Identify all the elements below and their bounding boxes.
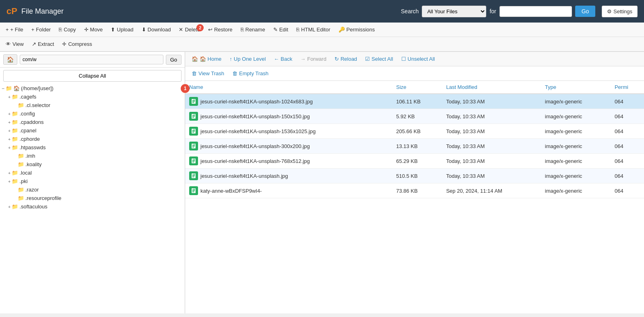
collapse-all-button[interactable]: Collapse All	[3, 70, 182, 82]
view-trash-button[interactable]: 🗑 View Trash	[188, 69, 227, 78]
tree-item-cl-selector[interactable]: 📁 .cl.selector	[2, 101, 183, 109]
edit-button[interactable]: ✎ Edit	[269, 23, 292, 36]
modified-column-header[interactable]: Last Modified	[442, 81, 541, 94]
settings-button[interactable]: ⚙ Settings	[602, 6, 638, 17]
home-icon: 🏠	[13, 85, 20, 91]
svg-rect-15	[192, 147, 194, 148]
up-one-level-label: Up One Level	[234, 56, 266, 62]
upload-label: Upload	[117, 27, 133, 33]
view-label: View	[12, 41, 24, 47]
file-perms: 064	[611, 169, 644, 183]
select-all-button[interactable]: ☑ Select All	[362, 54, 396, 64]
expand-icon: +	[8, 204, 10, 209]
table-row[interactable]: jesus-curiel-nskeft4t1KA-unsplash.jpg 51…	[185, 169, 644, 183]
path-input[interactable]	[20, 55, 163, 64]
tree-item-cpanel[interactable]: + 📁 .cpanel	[2, 126, 183, 135]
download-button[interactable]: ⬇ Download	[138, 23, 175, 36]
size-column-header[interactable]: Size	[392, 81, 442, 94]
copy-button[interactable]: ⎘ Copy	[55, 23, 80, 36]
for-label: for	[489, 8, 496, 14]
table-row[interactable]: katy-anne-wBxDFSP9wI4- 73.86 KB Sep 20, …	[185, 183, 644, 198]
rename-button[interactable]: ⎘ Rename	[237, 23, 269, 36]
tree-item-softaculous[interactable]: + 📁 .softaculous	[2, 202, 183, 211]
table-row[interactable]: jesus-curiel-nskeft4t1KA-unsplash-768x51…	[185, 154, 644, 169]
file-type: image/x-generic	[541, 124, 611, 139]
tree-root-label: (/home/[user])	[21, 85, 54, 91]
forward-button[interactable]: → Forward	[297, 54, 330, 64]
tree-label: .cpaddons	[19, 119, 43, 125]
tree-item-cpaddons[interactable]: + 📁 .cpaddons	[2, 118, 183, 126]
tree-item-htpasswds[interactable]: + 📁 .htpasswds	[2, 143, 183, 152]
table-row[interactable]: jesus-curiel-nskeft4t1KA-unsplash-1536x1…	[185, 124, 644, 139]
home-nav-button[interactable]: 🏠 🏠 Home	[188, 54, 225, 64]
path-go-button[interactable]: Go	[166, 55, 182, 65]
tree-item-config[interactable]: + 📁 .config	[2, 109, 183, 118]
file-name: jesus-curiel-nskeft4t1KA-unsplash.jpg	[200, 173, 288, 179]
tree-item-resourceprofile[interactable]: 📁 .resourceprofile	[2, 194, 183, 202]
tree-label: .resourceprofile	[25, 195, 62, 201]
file-icon	[189, 171, 198, 180]
tree-item-cagefs[interactable]: + 📁 .cagefs	[2, 93, 183, 101]
folder-icon: 📁	[12, 204, 18, 210]
type-column-header[interactable]: Type	[541, 81, 611, 94]
folder-icon: 📁	[18, 195, 24, 201]
tree-item-root[interactable]: − 📁 🏠 (/home/[user])	[2, 84, 183, 93]
tree-label: .razor	[25, 187, 39, 193]
perms-column-header[interactable]: Permi	[611, 81, 644, 94]
search-input[interactable]	[500, 6, 572, 17]
tree-item-pki[interactable]: + 📁 .pki	[2, 177, 183, 185]
tree-item-local[interactable]: + 📁 .local	[2, 169, 183, 177]
file-type: image/x-generic	[541, 154, 611, 169]
new-folder-label: Folder	[36, 27, 51, 33]
name-column-header[interactable]: Name	[185, 81, 392, 94]
permissions-button[interactable]: 🔑 Permissions	[334, 23, 379, 36]
tree-label: .local	[19, 170, 31, 176]
expand-icon: +	[8, 145, 10, 150]
table-row[interactable]: jesus-curiel-nskeft4t1KA-unsplash-1024x6…	[185, 94, 644, 109]
tree-item-cphorde[interactable]: + 📁 .cphorde	[2, 135, 183, 143]
navigation-bar: 🏠 🏠 Home ↑ Up One Level ← Back → Forward…	[185, 52, 644, 66]
expand-icon: +	[8, 120, 10, 125]
html-editor-button[interactable]: ⎘ HTML Editor	[292, 23, 334, 36]
file-perms: 064	[611, 183, 644, 198]
tree-item-imh[interactable]: 📁 .imh	[2, 152, 183, 160]
back-label: Back	[281, 56, 292, 62]
delete-icon: ✕	[179, 27, 183, 33]
unselect-all-button[interactable]: ☐ Unselect All	[398, 54, 438, 64]
compress-icon: ✛	[62, 41, 66, 47]
file-name: jesus-curiel-nskeft4t1KA-unsplash-1024x6…	[200, 99, 313, 105]
trash-icon: 🗑	[232, 70, 237, 76]
file-name: jesus-curiel-nskeft4t1KA-unsplash-150x15…	[200, 113, 310, 119]
expand-icon: +	[8, 95, 10, 99]
search-scope-select[interactable]: All Your Files File Names Only File Cont…	[422, 6, 486, 17]
reload-button[interactable]: ↻ Reload	[331, 54, 360, 64]
compress-button[interactable]: ✛ Compress	[58, 38, 96, 50]
new-folder-button[interactable]: + Folder	[27, 23, 55, 36]
file-perms: 064	[611, 94, 644, 109]
table-row[interactable]: jesus-curiel-nskeft4t1KA-unsplash-300x20…	[185, 139, 644, 154]
new-file-button[interactable]: + + File	[2, 23, 27, 36]
view-button[interactable]: 👁 View	[2, 38, 28, 50]
svg-rect-18	[192, 161, 195, 162]
svg-rect-10	[192, 131, 195, 132]
table-row[interactable]: jesus-curiel-nskeft4t1KA-unsplash-150x15…	[185, 109, 644, 124]
empty-trash-button[interactable]: 🗑 Empty Trash	[229, 69, 272, 78]
move-icon: ✛	[84, 27, 89, 33]
sidebar-home-button[interactable]: 🏠	[3, 54, 17, 65]
up-one-level-button[interactable]: ↑ Up One Level	[226, 54, 269, 64]
restore-button[interactable]: ↩ Restore	[204, 23, 237, 36]
view-trash-label: View Trash	[198, 70, 224, 76]
move-button[interactable]: ✛ Move	[80, 23, 107, 36]
search-go-button[interactable]: Go	[575, 6, 596, 17]
copy-icon: ⎘	[59, 27, 62, 33]
tree-item-koality[interactable]: 📁 .koality	[2, 160, 183, 169]
checkbox-checked-icon: ☑	[365, 56, 370, 62]
restore-label: Restore	[214, 27, 233, 33]
path-bar: 🏠 Go	[0, 52, 185, 68]
upload-button[interactable]: ⬆ Upload	[107, 23, 137, 36]
back-button[interactable]: ← Back	[270, 54, 295, 64]
extract-button[interactable]: ↗ Extract	[28, 38, 58, 50]
svg-rect-11	[192, 132, 194, 133]
expand-icon: +	[8, 111, 10, 116]
tree-item-razor[interactable]: 📁 .razor	[2, 185, 183, 194]
